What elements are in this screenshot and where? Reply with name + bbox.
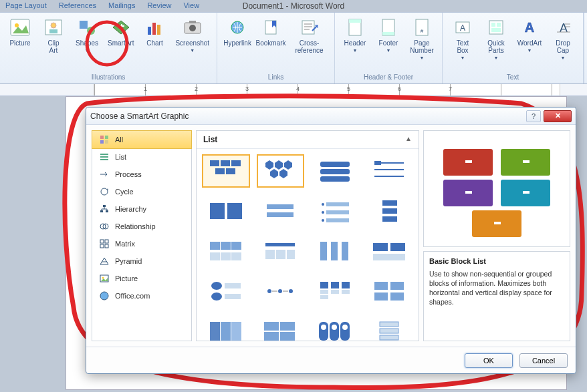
svg-rect-71 (267, 212, 294, 217)
hyperlink-icon (227, 17, 248, 38)
tab-references[interactable]: References (59, 1, 96, 9)
category-relationship[interactable]: Relationship (92, 218, 191, 235)
gallery-item[interactable] (366, 234, 414, 268)
description-text: Use to show non-sequential or grouped bl… (429, 269, 564, 307)
svg-rect-98 (225, 283, 241, 288)
gallery-item[interactable] (202, 315, 250, 341)
dropcap-button[interactable]: A Drop Cap ▼ (548, 15, 578, 61)
svg-rect-136 (465, 191, 472, 194)
matrix-icon (99, 238, 110, 249)
picture-button[interactable]: Picture (5, 15, 35, 55)
svg-rect-107 (331, 282, 339, 288)
dropcap-label: Drop Cap (556, 39, 570, 54)
ok-button[interactable]: OK (465, 353, 513, 368)
tab-mailings[interactable]: Mailings (108, 1, 135, 9)
svg-point-97 (211, 282, 222, 290)
svg-rect-129 (380, 329, 398, 333)
quickparts-icon (485, 17, 507, 38)
svg-rect-84 (210, 252, 220, 260)
gallery-item[interactable] (257, 194, 305, 228)
svg-rect-70 (267, 204, 294, 209)
gallery-item[interactable] (311, 315, 359, 341)
screenshot-button[interactable]: Screenshot ▼ (173, 15, 211, 55)
shapes-button[interactable]: Shapes ▼ (72, 15, 102, 55)
svg-point-101 (267, 289, 271, 293)
header-button[interactable]: Header ▼ (340, 15, 370, 61)
gallery-item[interactable] (202, 274, 250, 308)
category-matrix[interactable]: Matrix (92, 235, 191, 252)
tab-view[interactable]: View (183, 1, 199, 9)
svg-text:A: A (460, 23, 465, 33)
tab-review[interactable]: Review (147, 1, 171, 9)
list-icon (99, 152, 110, 162)
svg-point-6 (87, 27, 95, 35)
bookmark-button[interactable]: Bookmark (256, 15, 285, 55)
smartart-button[interactable]: SmartArt (106, 15, 136, 55)
gallery-item[interactable] (311, 274, 359, 308)
ribbon-side-options: Signatu Date & Object (584, 13, 587, 83)
dialog-titlebar[interactable]: Choose a SmartArt Graphic ? ✕ (86, 108, 576, 125)
shapes-icon (76, 17, 98, 38)
svg-rect-82 (221, 242, 231, 250)
ribbon-group-illustrations: Picture Clip Art Shapes ▼ SmartArt (0, 13, 217, 83)
category-officecom[interactable]: Office.com (92, 287, 191, 305)
svg-rect-47 (100, 240, 104, 243)
gallery-grid[interactable] (197, 149, 419, 341)
gallery-item[interactable] (202, 194, 250, 228)
svg-point-125 (332, 325, 337, 330)
close-button[interactable]: ✕ (544, 110, 572, 122)
ruler-scale: 1 2 3 4 5 6 7 (94, 84, 560, 95)
gallery-item[interactable] (257, 274, 305, 308)
clipart-button[interactable]: Clip Art (39, 15, 68, 55)
chevron-down-icon: ▼ (190, 48, 195, 53)
textbox-button[interactable]: A Text Box ▼ (448, 15, 477, 61)
category-cycle[interactable]: Cycle (92, 183, 191, 200)
quickparts-button[interactable]: Quick Parts ▼ (481, 15, 511, 61)
ribbon: Picture Clip Art Shapes ▼ SmartArt (0, 12, 587, 84)
tab-page-layout[interactable]: Page Layout (5, 1, 47, 9)
gallery-item[interactable] (311, 154, 359, 188)
dropcap-icon: A (552, 17, 574, 38)
category-all[interactable]: All (92, 130, 192, 149)
gallery-item[interactable] (366, 274, 414, 308)
gallery-item[interactable] (366, 315, 414, 341)
svg-marker-62 (270, 169, 278, 178)
cancel-button[interactable]: Cancel (519, 353, 568, 368)
gallery-item[interactable] (366, 194, 414, 228)
svg-point-52 (102, 277, 104, 279)
crossref-button[interactable]: Cross-reference (289, 15, 329, 55)
footer-button[interactable]: Footer ▼ (374, 15, 403, 61)
svg-rect-48 (105, 240, 108, 243)
gallery-item[interactable] (257, 315, 305, 341)
gallery-item[interactable] (202, 234, 250, 268)
svg-rect-42 (103, 205, 106, 207)
help-button[interactable]: ? (526, 110, 541, 122)
gallery-item[interactable] (311, 194, 359, 228)
category-pyramid[interactable]: Pyramid (92, 252, 191, 270)
chart-button[interactable]: Chart (140, 15, 169, 55)
svg-rect-117 (231, 322, 241, 341)
hierarchy-icon (99, 204, 110, 214)
gallery-item[interactable] (257, 154, 305, 188)
svg-rect-79 (382, 208, 397, 214)
svg-rect-39 (100, 156, 108, 158)
chevron-down-icon: ▼ (420, 55, 425, 60)
header-label: Header (344, 39, 366, 47)
category-process[interactable]: Process (92, 166, 191, 183)
svg-rect-109 (342, 282, 350, 288)
category-picture[interactable]: Picture (92, 270, 191, 287)
scroll-up-icon[interactable]: ▲ (405, 135, 412, 144)
pagenum-button[interactable]: # Page Number ▼ (407, 15, 437, 61)
description-box: Basic Block List Use to show non-sequent… (423, 251, 570, 341)
gallery-header: List (203, 135, 217, 144)
gallery-item[interactable] (257, 234, 305, 268)
gallery-item[interactable] (366, 154, 414, 188)
wordart-button[interactable]: A WordArt ▼ (515, 15, 544, 61)
gallery-item[interactable] (202, 154, 250, 188)
gallery-item[interactable] (311, 234, 359, 268)
hyperlink-button[interactable]: Hyperlink (223, 15, 252, 55)
category-list-item[interactable]: List (92, 148, 191, 166)
category-hierarchy[interactable]: Hierarchy (92, 200, 191, 218)
svg-rect-80 (382, 216, 397, 222)
svg-rect-112 (390, 282, 404, 290)
